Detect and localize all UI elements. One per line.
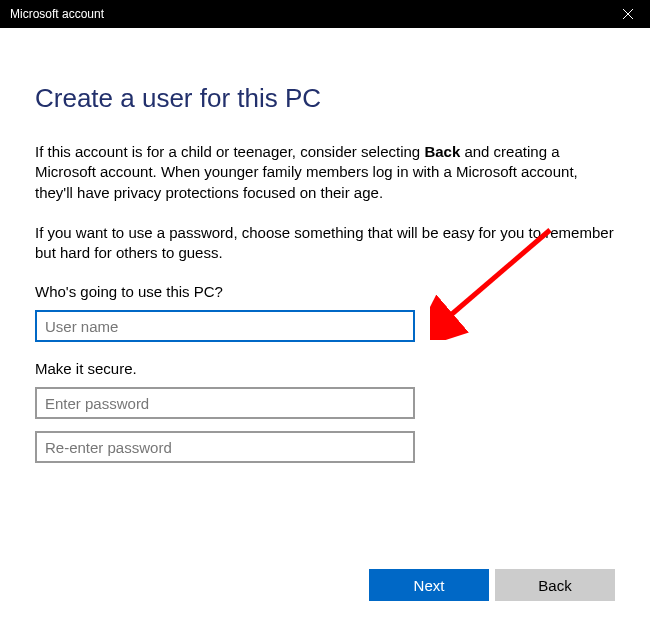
next-button[interactable]: Next xyxy=(369,569,489,601)
description-2: If you want to use a password, choose so… xyxy=(35,223,615,264)
description-1-pre: If this account is for a child or teenag… xyxy=(35,143,424,160)
username-input[interactable] xyxy=(35,310,415,342)
back-button[interactable]: Back xyxy=(495,569,615,601)
description-1-bold: Back xyxy=(424,143,460,160)
password-group xyxy=(35,387,615,463)
close-button[interactable] xyxy=(605,0,650,28)
titlebar: Microsoft account xyxy=(0,0,650,28)
close-icon xyxy=(623,6,633,22)
footer-buttons: Next Back xyxy=(369,569,615,601)
password-input[interactable] xyxy=(35,387,415,419)
password-confirm-input[interactable] xyxy=(35,431,415,463)
description-1: If this account is for a child or teenag… xyxy=(35,142,615,203)
username-section-label: Who's going to use this PC? xyxy=(35,283,615,300)
content-area: Create a user for this PC If this accoun… xyxy=(0,28,650,463)
secure-section-label: Make it secure. xyxy=(35,360,615,377)
page-title: Create a user for this PC xyxy=(35,83,615,114)
window-title: Microsoft account xyxy=(10,7,104,21)
